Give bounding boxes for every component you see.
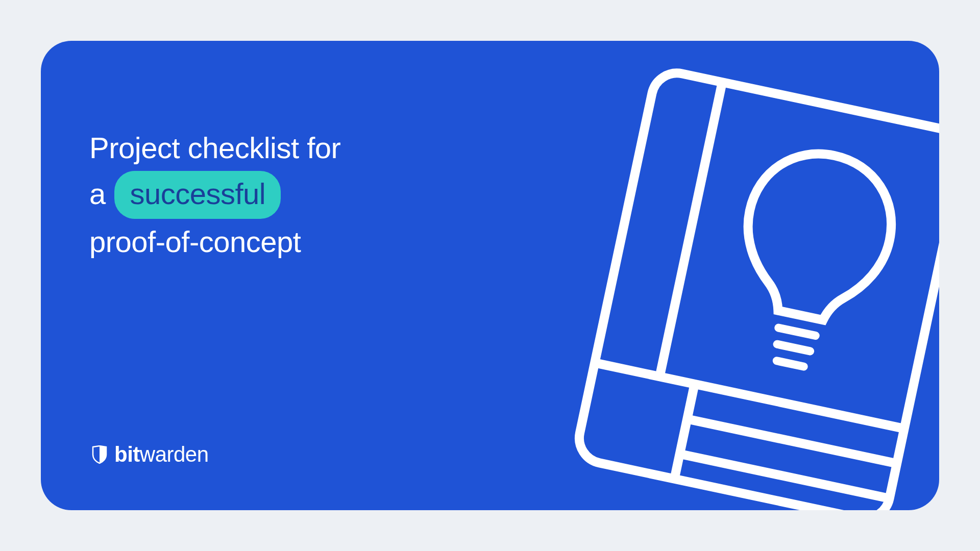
heading-line-2: a successful xyxy=(89,171,340,219)
hero-card: Project checklist for a successful proof… xyxy=(41,41,939,510)
svg-line-3 xyxy=(687,419,897,463)
svg-line-1 xyxy=(659,82,722,377)
heading-highlight: successful xyxy=(114,171,281,219)
svg-line-6 xyxy=(778,328,815,336)
heading-line-3: proof-of-concept xyxy=(89,219,340,265)
heading-line-1: Project checklist for xyxy=(89,125,340,171)
brand-name: bitwarden xyxy=(114,442,209,467)
svg-rect-0 xyxy=(575,68,939,510)
svg-line-7 xyxy=(777,344,811,352)
brand-name-rest: warden xyxy=(140,442,209,466)
svg-line-8 xyxy=(777,361,804,366)
shield-icon xyxy=(92,445,107,464)
brand-logo: bitwarden xyxy=(92,442,209,467)
notebook-lightbulb-icon xyxy=(541,66,939,510)
svg-line-2 xyxy=(595,363,904,429)
svg-line-5 xyxy=(674,384,695,479)
brand-name-bold: bit xyxy=(114,442,140,466)
svg-line-4 xyxy=(680,454,890,498)
heading-line-2-prefix: a xyxy=(89,177,106,210)
heading: Project checklist for a successful proof… xyxy=(89,125,340,265)
